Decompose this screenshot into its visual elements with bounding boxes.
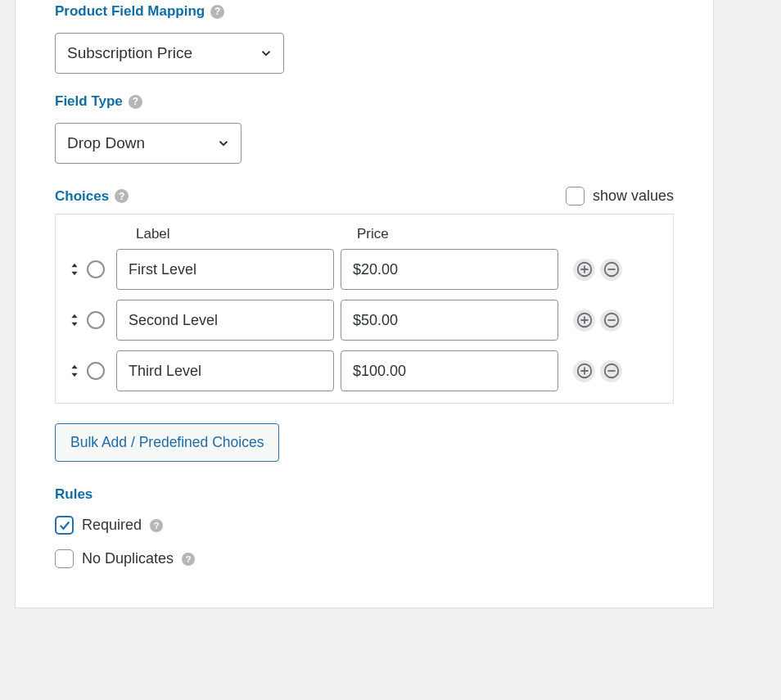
choice-row <box>69 300 660 341</box>
rules-text: Rules <box>55 486 93 503</box>
no-duplicates-rule[interactable]: No Duplicates ? <box>55 549 674 568</box>
help-icon[interactable]: ? <box>150 519 163 532</box>
choices-label: Choices ? <box>55 188 129 205</box>
choices-column-headers: Label Price <box>69 226 660 242</box>
add-choice-button[interactable] <box>573 259 595 281</box>
field-settings-panel: Product Field Mapping ? Subscription Pri… <box>15 0 714 608</box>
choice-row-actions <box>573 259 622 281</box>
choices-container: Label Price <box>55 214 674 404</box>
drag-handle-icon[interactable] <box>69 313 80 327</box>
add-choice-button[interactable] <box>573 309 595 332</box>
choices-header: Choices ? show values <box>55 187 674 205</box>
choices-text: Choices <box>55 188 109 205</box>
choice-label-input[interactable] <box>116 300 334 341</box>
no-duplicates-label: No Duplicates <box>82 550 174 567</box>
bulk-add-button[interactable]: Bulk Add / Predefined Choices <box>55 423 279 462</box>
drag-handle-icon[interactable] <box>69 364 80 378</box>
help-icon[interactable]: ? <box>182 553 195 566</box>
show-values-checkbox[interactable] <box>566 187 585 205</box>
field-type-select[interactable]: Drop Down <box>55 123 242 164</box>
product-field-mapping-label: Product Field Mapping ? <box>55 3 674 20</box>
field-type-label: Field Type ? <box>55 93 674 110</box>
required-checkbox[interactable] <box>55 516 74 535</box>
show-values-toggle[interactable]: show values <box>566 187 674 205</box>
product-field-mapping-select[interactable]: Subscription Price <box>55 33 284 74</box>
default-choice-radio[interactable] <box>87 311 105 329</box>
remove-choice-button[interactable] <box>600 259 622 281</box>
choice-row-actions <box>573 360 622 382</box>
remove-choice-button[interactable] <box>600 360 622 382</box>
choice-price-input[interactable] <box>341 300 558 341</box>
help-icon[interactable]: ? <box>129 95 142 109</box>
bulk-add-label: Bulk Add / Predefined Choices <box>70 434 264 450</box>
chevron-down-icon <box>259 46 273 61</box>
remove-choice-button[interactable] <box>600 309 622 332</box>
column-header-price: Price <box>357 226 389 242</box>
product-field-mapping-value: Subscription Price <box>67 44 192 62</box>
required-label: Required <box>82 517 142 534</box>
choice-row <box>69 249 660 290</box>
chevron-down-icon <box>216 136 231 151</box>
field-type-value: Drop Down <box>67 134 145 152</box>
choice-row-actions <box>573 309 622 332</box>
choice-row <box>69 350 660 391</box>
choice-price-input[interactable] <box>341 249 558 290</box>
default-choice-radio[interactable] <box>87 260 105 278</box>
required-rule[interactable]: Required ? <box>55 516 674 535</box>
field-type-text: Field Type <box>55 93 123 110</box>
help-icon[interactable]: ? <box>210 5 224 19</box>
choice-label-input[interactable] <box>116 350 334 391</box>
show-values-label: show values <box>593 187 674 205</box>
choice-price-input[interactable] <box>341 350 558 391</box>
help-icon[interactable]: ? <box>115 189 129 203</box>
column-header-label: Label <box>136 226 357 242</box>
choice-label-input[interactable] <box>116 249 334 290</box>
product-field-mapping-text: Product Field Mapping <box>55 3 205 20</box>
drag-handle-icon[interactable] <box>69 262 80 277</box>
no-duplicates-checkbox[interactable] <box>55 549 74 568</box>
default-choice-radio[interactable] <box>87 362 105 380</box>
rules-label: Rules <box>55 486 674 503</box>
add-choice-button[interactable] <box>573 360 595 382</box>
